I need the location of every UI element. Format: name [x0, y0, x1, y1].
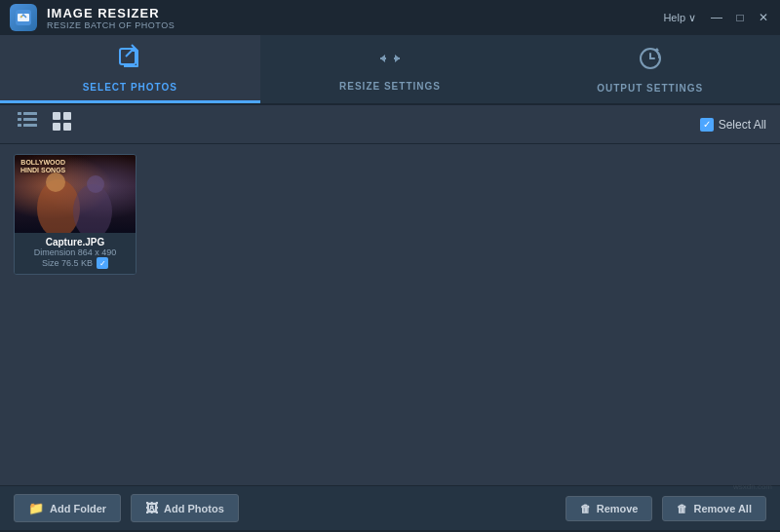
app-title-group: IMAGE RESIZER RESIZE BATCH OF PHOTOS	[47, 6, 175, 30]
close-button[interactable]: ✕	[757, 11, 770, 24]
svg-point-19	[46, 172, 65, 192]
svg-point-17	[37, 179, 80, 233]
svg-rect-12	[23, 124, 37, 127]
tab-select-photos[interactable]: SELECT PHOTOS	[0, 35, 260, 103]
help-button[interactable]: Help ∨	[663, 12, 696, 24]
titlebar-right: Help ∨ — □ ✕	[663, 11, 770, 24]
remove-icon: 🗑	[580, 503, 591, 514]
list-view-button[interactable]	[14, 110, 41, 138]
remove-all-label: Remove All	[693, 503, 752, 514]
chevron-down-icon: ∨	[688, 12, 696, 24]
add-photos-button[interactable]: 🖼 Add Photos	[131, 494, 239, 522]
photo-info: Capture.JPG Dimension 864 x 490 Size 76.…	[15, 233, 136, 274]
select-all-label: Select All	[719, 118, 766, 132]
svg-marker-4	[380, 55, 385, 62]
tab-select-photos-label: SELECT PHOTOS	[83, 82, 177, 93]
photo-thumbnail: BOLLYWOODHINDI SONGS	[15, 155, 136, 233]
remove-button[interactable]: 🗑 Remove	[566, 496, 653, 521]
tab-bar: SELECT PHOTOS RESIZE SETTINGS OUTPUT SET…	[0, 35, 780, 105]
thumbnail-inner: BOLLYWOODHINDI SONGS	[15, 155, 136, 233]
photo-dimension: Dimension 864 x 490	[20, 247, 130, 257]
grid-view-button[interactable]	[49, 110, 76, 138]
remove-label: Remove	[597, 503, 639, 514]
select-all-checkbox[interactable]: ✓	[700, 118, 714, 132]
photo-area: BOLLYWOODHINDI SONGS Capture.JPG Dimensi…	[0, 144, 780, 407]
svg-rect-11	[18, 124, 21, 127]
action-bar: 📁 Add Folder 🖼 Add Photos 🗑 Remove 🗑 Rem…	[0, 485, 780, 530]
photo-grid: BOLLYWOODHINDI SONGS Capture.JPG Dimensi…	[14, 154, 766, 275]
select-all-group[interactable]: ✓ Select All	[700, 118, 766, 132]
svg-point-18	[73, 184, 112, 233]
thumbnail-label: BOLLYWOODHINDI SONGS	[20, 159, 65, 175]
action-left: 📁 Add Folder 🖼 Add Photos	[14, 494, 239, 522]
photo-item[interactable]: BOLLYWOODHINDI SONGS Capture.JPG Dimensi…	[14, 154, 136, 275]
help-label: Help	[663, 12, 685, 23]
tab-output-settings[interactable]: OUTPUT SETTINGS	[520, 35, 780, 103]
window-controls: — □ ✕	[710, 11, 770, 24]
add-photos-label: Add Photos	[164, 503, 224, 514]
action-right: 🗑 Remove 🗑 Remove All	[566, 496, 766, 521]
svg-point-2	[20, 16, 22, 18]
resize-settings-icon	[376, 48, 404, 75]
select-photos-icon	[116, 43, 143, 76]
svg-marker-5	[395, 55, 400, 62]
minimize-button[interactable]: —	[710, 11, 723, 24]
svg-point-20	[87, 175, 104, 193]
remove-all-button[interactable]: 🗑 Remove All	[662, 496, 766, 521]
tab-output-settings-label: OUTPUT SETTINGS	[597, 83, 703, 94]
app-icon	[10, 4, 37, 31]
view-toggle	[14, 110, 76, 138]
svg-rect-15	[53, 123, 60, 131]
tab-resize-settings[interactable]: RESIZE SETTINGS	[260, 35, 521, 103]
add-photos-icon: 🖼	[145, 501, 158, 515]
photo-checked-icon[interactable]: ✓	[97, 257, 108, 269]
svg-rect-7	[18, 112, 21, 115]
folder-icon: 📁	[28, 501, 44, 515]
titlebar-left: IMAGE RESIZER RESIZE BATCH OF PHOTOS	[10, 4, 175, 31]
svg-rect-8	[23, 112, 37, 115]
svg-rect-16	[63, 123, 71, 131]
content-spacer	[0, 407, 780, 485]
app-title: IMAGE RESIZER	[47, 6, 175, 20]
svg-rect-14	[63, 112, 71, 120]
photo-size-row: Size 76.5 KB ✓	[20, 257, 130, 269]
add-folder-label: Add Folder	[50, 503, 106, 514]
svg-rect-13	[53, 112, 60, 120]
maximize-button[interactable]: □	[733, 11, 747, 24]
remove-all-icon: 🗑	[677, 503, 687, 514]
svg-rect-9	[18, 118, 21, 121]
toolbar-row: ✓ Select All	[0, 105, 780, 144]
add-folder-button[interactable]: 📁 Add Folder	[14, 494, 121, 522]
output-settings-icon	[638, 46, 663, 77]
svg-rect-10	[23, 118, 37, 121]
titlebar: IMAGE RESIZER RESIZE BATCH OF PHOTOS Hel…	[0, 0, 780, 35]
tab-resize-settings-label: RESIZE SETTINGS	[339, 81, 441, 92]
photo-name: Capture.JPG	[20, 237, 130, 247]
photo-size: Size 76.5 KB	[42, 258, 93, 268]
app-subtitle: RESIZE BATCH OF PHOTOS	[47, 20, 175, 30]
